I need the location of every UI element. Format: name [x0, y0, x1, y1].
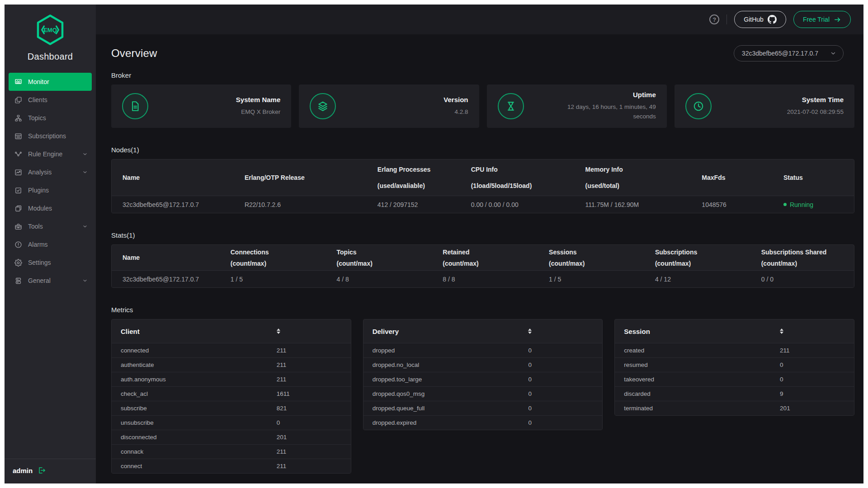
sidebar-item-plugins[interactable]: Plugins: [9, 181, 92, 199]
settings-icon: [14, 259, 22, 267]
logout-icon[interactable]: [38, 466, 46, 474]
metric-row: dropped.expired0: [363, 415, 603, 430]
node-selector-value: 32c3dbefbe65@172.17.0.7: [742, 50, 818, 57]
metric-name: dropped.qos0_msg: [373, 390, 425, 397]
column-header: Subscriptions Shared: [761, 249, 850, 256]
sidebar-item-rule-engine[interactable]: Rule Engine: [9, 145, 92, 163]
sort-icon[interactable]: [277, 328, 280, 334]
metric-row: connack211: [112, 444, 351, 459]
layers-icon: [310, 93, 336, 119]
topbar-divider: [726, 14, 727, 24]
sort-icon[interactable]: [528, 328, 532, 334]
column-header: Erlang/OTP Release: [245, 174, 374, 181]
general-icon: [14, 277, 22, 285]
sidebar-item-tools[interactable]: Tools: [9, 217, 92, 235]
subscriptions-icon: [14, 132, 22, 140]
metric-value: 0: [528, 376, 532, 383]
metric-value: 211: [780, 347, 790, 354]
metrics-grid: Client connected211 authenticate211 auth…: [111, 319, 854, 474]
metric-name: discarded: [624, 390, 651, 397]
metric-row: dropped.too_large0: [363, 372, 603, 386]
nodes-table: Name Erlang/OTP Release Erlang Processes…: [111, 159, 854, 213]
column-header-sub: (count/max): [549, 260, 651, 267]
monitor-icon: [14, 78, 22, 86]
card-label: Uptime: [557, 91, 656, 99]
column-header: CPU Info: [471, 166, 582, 173]
metric-value: 211: [277, 376, 287, 383]
sidebar: EMQ Dashboard Monitor Clients To: [5, 5, 96, 483]
sidebar-item-settings[interactable]: Settings: [9, 253, 92, 272]
github-button[interactable]: GitHub: [734, 11, 786, 28]
metric-name: check_acl: [121, 390, 148, 397]
metric-row: dropped.qos0_msg0: [363, 386, 603, 401]
hourglass-icon: [498, 93, 524, 119]
connections-cell: 1 / 5: [231, 276, 337, 283]
system-time-card: System Time 2021-07-02 08:29:55: [675, 84, 854, 128]
metrics-table-title: Session: [624, 328, 650, 335]
metric-name: authenticate: [121, 361, 154, 368]
free-trial-button[interactable]: Free Trial: [793, 11, 851, 28]
stats-table-row: 32c3dbefbe65@172.17.0.7 1 / 5 4 / 8 8 / …: [112, 270, 854, 287]
column-header: Name: [123, 254, 227, 261]
sidebar-item-label: Analysis: [28, 169, 52, 176]
sidebar-item-alarms[interactable]: Alarms: [9, 235, 92, 253]
username: admin: [13, 467, 33, 474]
nodes-table-row: 32c3dbefbe65@172.17.0.7 R22/10.7.2.6 412…: [112, 196, 854, 213]
metric-name: dropped.too_large: [373, 376, 422, 383]
metric-row: created211: [615, 343, 854, 357]
node-selector[interactable]: 32c3dbefbe65@172.17.0.7: [734, 45, 844, 61]
sidebar-item-analysis[interactable]: Analysis: [9, 163, 92, 181]
sidebar-item-topics[interactable]: Topics: [9, 109, 92, 127]
metric-name: auth.anonymous: [121, 376, 166, 383]
emqx-logo: EMQ: [5, 14, 96, 46]
column-header: Retained: [443, 249, 545, 256]
column-header-sub: (used/avaliable): [377, 182, 467, 189]
arrow-right-icon: [834, 16, 841, 23]
sidebar-item-modules[interactable]: Modules: [9, 199, 92, 217]
sidebar-item-subscriptions[interactable]: Subscriptions: [9, 127, 92, 145]
broker-cards: System Name EMQ X Broker Version 4.2.8: [111, 84, 854, 128]
topbar: ? GitHub Free Trial: [96, 5, 863, 34]
help-icon[interactable]: ?: [709, 14, 719, 24]
broker-section-label: Broker: [111, 71, 854, 79]
metric-row: connected211: [112, 343, 351, 357]
metric-name: connected: [121, 347, 149, 354]
metric-value: 0: [780, 361, 783, 368]
nodes-section-label: Nodes(1): [111, 146, 854, 154]
topics-cell: 4 / 8: [337, 276, 443, 283]
metric-row: resumed0: [615, 357, 854, 372]
metric-name: takeovered: [624, 376, 654, 383]
retained-cell: 8 / 8: [443, 276, 549, 283]
sidebar-item-label: Modules: [28, 205, 52, 212]
metrics-table-title: Delivery: [373, 328, 399, 335]
system-name-card: System Name EMQ X Broker: [111, 84, 291, 128]
card-label: Version: [443, 96, 468, 103]
subscriptions-shared-cell: 0 / 0: [761, 276, 854, 283]
sidebar-footer: admin: [5, 459, 96, 483]
metric-value: 201: [277, 434, 287, 441]
clients-icon: [14, 96, 22, 104]
sort-icon[interactable]: [780, 328, 783, 334]
sessions-cell: 1 / 5: [549, 276, 655, 283]
column-header: MaxFds: [702, 174, 780, 181]
column-header-sub: (count/max): [443, 260, 545, 267]
overview-content: Overview 32c3dbefbe65@172.17.0.7 Broker …: [96, 34, 863, 483]
metric-row: unsubscribe0: [112, 415, 351, 430]
metric-name: dropped.queue_full: [373, 405, 425, 412]
svg-text:EMQ: EMQ: [43, 27, 57, 33]
card-value: 12 days, 16 hours, 1 minutes, 49 seconds: [557, 103, 656, 122]
sidebar-item-general[interactable]: General: [9, 272, 92, 290]
card-value: 4.2.8: [443, 108, 468, 117]
main-area: ? GitHub Free Trial Overview 32c3dbefbe6…: [96, 5, 863, 483]
metric-value: 211: [277, 361, 287, 368]
sidebar-item-label: Alarms: [28, 241, 48, 248]
metric-value: 0: [528, 405, 532, 412]
metric-name: dropped: [373, 347, 395, 354]
sidebar-item-monitor[interactable]: Monitor: [9, 73, 92, 91]
file-icon: [122, 93, 148, 119]
metric-row: terminated201: [615, 401, 854, 415]
metric-value: 821: [277, 405, 287, 412]
metric-value: 0: [277, 419, 280, 426]
sidebar-item-clients[interactable]: Clients: [9, 91, 92, 109]
column-header: Status: [783, 174, 850, 181]
